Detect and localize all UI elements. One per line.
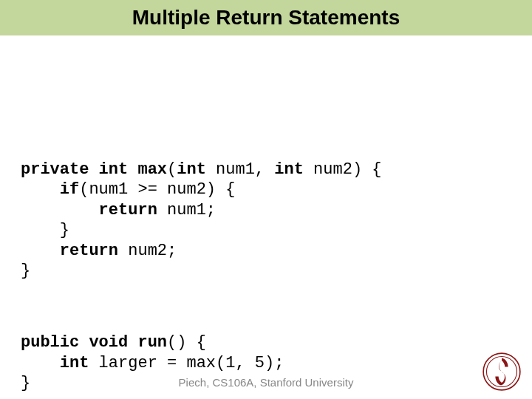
title-bar: Multiple Return Statements	[0, 0, 532, 35]
code-text: }	[21, 262, 30, 280]
slide-title: Multiple Return Statements	[132, 6, 400, 30]
code-text: larger = max(1, 5);	[89, 354, 284, 372]
code-kw: int	[177, 160, 206, 179]
code-kw: return	[21, 242, 118, 260]
code-text: }	[21, 221, 69, 239]
code-text: num1,	[206, 160, 274, 179]
code-text: num2;	[118, 242, 177, 260]
code-kw: int	[274, 160, 304, 179]
footer-text: Piech, CS106A, Stanford University	[0, 376, 532, 389]
code-text: (num1 >= num2) {	[79, 180, 235, 199]
code-kw: if	[21, 180, 79, 199]
code-text: num2) {	[304, 160, 382, 179]
code-block-max: private int max(int num1, int num2) { if…	[21, 160, 532, 282]
code-kw: private int max	[21, 160, 167, 179]
code-text: num1;	[157, 201, 216, 219]
code-text: () {	[167, 333, 206, 352]
code-area: private int max(int num1, int num2) { if…	[0, 35, 532, 399]
code-kw: int	[21, 354, 89, 372]
code-kw: return	[21, 201, 157, 219]
code-kw: public void run	[21, 333, 167, 352]
stanford-logo-icon	[482, 352, 522, 392]
code-text: (	[167, 160, 177, 179]
